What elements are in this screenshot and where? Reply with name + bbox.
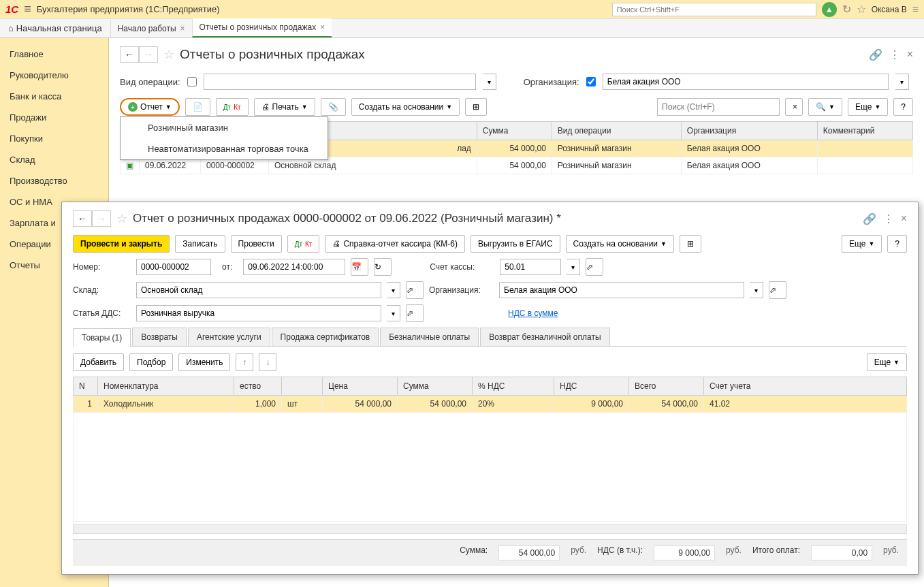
- sklad-dropdown-button[interactable]: ▾: [387, 282, 400, 298]
- sidebar-item-bank[interactable]: Банк и касса: [0, 86, 108, 107]
- col-org[interactable]: Организация: [681, 122, 817, 140]
- col-unit[interactable]: [282, 377, 323, 396]
- tab-reports[interactable]: Отчеты о розничных продажах ×: [192, 18, 332, 37]
- operation-dropdown-button[interactable]: ▾: [483, 74, 496, 90]
- global-search-input[interactable]: [612, 3, 816, 16]
- save-button[interactable]: Записать: [175, 235, 225, 253]
- more-button[interactable]: Еще ▼: [867, 353, 907, 371]
- search-clear-button[interactable]: ×: [785, 98, 803, 116]
- col-qty[interactable]: ество: [234, 377, 282, 396]
- tab-cashless-return[interactable]: Возврат безналичной оплаты: [480, 328, 609, 346]
- tab-returns[interactable]: Возвраты: [132, 328, 187, 346]
- back-button[interactable]: ←: [120, 46, 139, 63]
- col-sum[interactable]: Сумма: [398, 377, 473, 396]
- org-filter-input[interactable]: [603, 74, 889, 90]
- open-button[interactable]: ⬀: [769, 281, 786, 299]
- sidebar-item-sales[interactable]: Продажи: [0, 107, 108, 128]
- favorite-star-icon[interactable]: ☆: [116, 211, 127, 226]
- more-vert-icon[interactable]: ⋮: [889, 48, 900, 61]
- report-button[interactable]: + Отчет ▼: [120, 98, 180, 116]
- sidebar-item-production[interactable]: Производство: [0, 170, 108, 191]
- hamburger-icon[interactable]: ≡: [24, 2, 31, 16]
- org-filter-checkbox[interactable]: [586, 77, 596, 86]
- close-icon[interactable]: ×: [901, 212, 907, 225]
- col-account[interactable]: Счет учета: [704, 377, 907, 396]
- col-nds[interactable]: НДС: [554, 377, 629, 396]
- open-button[interactable]: ⬀: [406, 281, 424, 299]
- close-icon[interactable]: ×: [320, 22, 325, 32]
- create-based-button[interactable]: Создать на основании ▼: [566, 235, 674, 253]
- user-name[interactable]: Оксана В: [872, 5, 907, 14]
- dtkt-button[interactable]: ДтКт: [216, 98, 249, 116]
- link-icon[interactable]: 🔗: [869, 48, 882, 61]
- more-vert-icon[interactable]: ⋮: [883, 212, 894, 225]
- create-based-button[interactable]: Создать на основании ▼: [351, 98, 460, 116]
- edit-button[interactable]: Изменить: [178, 353, 230, 371]
- org-dropdown-button[interactable]: ▾: [750, 282, 763, 298]
- add-button[interactable]: Добавить: [73, 353, 124, 371]
- tab-certificates[interactable]: Продажа сертификатов: [272, 328, 379, 346]
- operation-filter-input[interactable]: [204, 74, 476, 90]
- horizontal-scrollbar[interactable]: [73, 524, 907, 534]
- forward-button[interactable]: →: [92, 210, 111, 227]
- bell-icon[interactable]: ▲: [822, 2, 837, 17]
- help-button[interactable]: ?: [893, 98, 913, 116]
- operation-filter-checkbox[interactable]: [187, 77, 197, 86]
- sklad-input[interactable]: [136, 282, 381, 298]
- refresh-button[interactable]: ↻: [374, 258, 392, 276]
- print-km6-button[interactable]: 🖨 Справка-отчет кассира (КМ-6): [325, 235, 465, 253]
- org-dropdown-button[interactable]: ▾: [895, 74, 909, 90]
- col-sum[interactable]: Сумма: [477, 122, 552, 140]
- copy-button[interactable]: 📄: [185, 98, 210, 116]
- attach-button[interactable]: 📎: [321, 98, 346, 116]
- dropdown-item-retail[interactable]: Розничный магазин: [121, 117, 328, 138]
- select-button[interactable]: Подбор: [129, 353, 173, 371]
- post-close-button[interactable]: Провести и закрыть: [73, 235, 170, 253]
- post-button[interactable]: Провести: [231, 235, 282, 253]
- dds-dropdown-button[interactable]: ▾: [387, 305, 400, 321]
- open-button[interactable]: ⬀: [406, 304, 424, 322]
- dtkt-button[interactable]: ДтКт: [287, 235, 320, 253]
- tab-agent[interactable]: Агентские услуги: [188, 328, 270, 346]
- col-total[interactable]: Всего: [629, 377, 704, 396]
- item-row[interactable]: 1 Холодильник 1,000 шт 54 000,00 54 000,…: [74, 396, 907, 413]
- sidebar-item-warehouse[interactable]: Склад: [0, 149, 108, 170]
- structure-button[interactable]: ⊞: [465, 98, 487, 116]
- account-input[interactable]: [500, 259, 561, 275]
- sidebar-item-manager[interactable]: Руководителю: [0, 65, 108, 86]
- col-operation[interactable]: Вид операции: [552, 122, 681, 140]
- move-down-button[interactable]: ↓: [259, 353, 276, 371]
- calendar-button[interactable]: 📅: [351, 258, 368, 276]
- tab-goods[interactable]: Товары (1): [73, 328, 131, 347]
- col-nom[interactable]: Номенклатура: [98, 377, 234, 396]
- back-button[interactable]: ←: [73, 210, 92, 227]
- tab-cashless[interactable]: Безналичные оплаты: [380, 328, 479, 346]
- col-price[interactable]: Цена: [323, 377, 398, 396]
- nds-link[interactable]: НДС в сумме: [508, 308, 558, 318]
- org-input[interactable]: [499, 282, 744, 298]
- col-comment[interactable]: Комментарий: [817, 122, 912, 140]
- col-n[interactable]: N: [74, 377, 98, 396]
- find-button[interactable]: 🔍 ▼: [808, 98, 842, 116]
- number-input[interactable]: [136, 259, 211, 275]
- egais-button[interactable]: Выгрузить в ЕГАИС: [471, 235, 560, 253]
- sidebar-item-purchases[interactable]: Покупки: [0, 128, 108, 149]
- favorite-star-icon[interactable]: ☆: [163, 47, 174, 62]
- move-up-button[interactable]: ↑: [236, 353, 253, 371]
- more-button[interactable]: Еще ▼: [848, 98, 888, 116]
- structure-button[interactable]: ⊞: [680, 235, 701, 253]
- list-search-input[interactable]: [657, 98, 780, 116]
- more-button[interactable]: Еще ▼: [842, 235, 882, 253]
- menu-icon[interactable]: ≡: [912, 3, 919, 16]
- history-icon[interactable]: ↻: [842, 3, 851, 16]
- tab-start[interactable]: Начало работы ×: [110, 20, 192, 37]
- col-nds-pct[interactable]: % НДС: [473, 377, 554, 396]
- close-icon[interactable]: ×: [180, 24, 185, 33]
- open-button[interactable]: ⬀: [586, 258, 603, 276]
- close-icon[interactable]: ×: [907, 48, 913, 61]
- print-button[interactable]: 🖨 Печать ▼: [254, 98, 315, 116]
- sidebar-item-main[interactable]: Главное: [0, 44, 108, 65]
- account-dropdown-button[interactable]: ▾: [567, 259, 580, 275]
- date-input[interactable]: [243, 259, 345, 275]
- dropdown-item-nonauto[interactable]: Неавтоматизированная торговая точка: [121, 138, 328, 159]
